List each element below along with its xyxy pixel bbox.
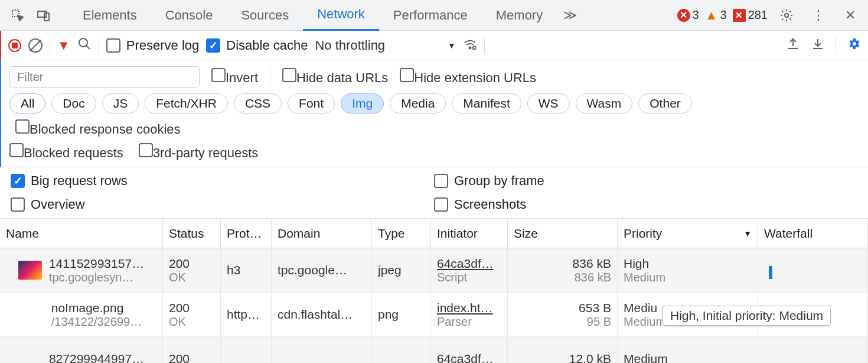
- inspect-icon[interactable]: [5, 2, 31, 28]
- pill-doc[interactable]: Doc: [51, 93, 96, 114]
- table-row[interactable]: 827299944997… 200 64ca3df… 12.0 kB Mediu…: [0, 337, 868, 363]
- more-tabs-icon[interactable]: ≫: [557, 2, 583, 28]
- pill-font[interactable]: Font: [288, 93, 335, 114]
- warnings-badge[interactable]: ▲3: [705, 8, 727, 23]
- request-table-header: Name Status Prot… Domain Type Initiator …: [0, 219, 868, 248]
- divider: [484, 37, 485, 54]
- filter-section: Invert Hide data URLs Hide extension URL…: [0, 60, 868, 167]
- svg-point-6: [472, 46, 475, 49]
- tab-memory[interactable]: Memory: [482, 0, 557, 31]
- third-party-requests[interactable]: 3rd-party requests: [139, 143, 259, 161]
- group-by-frame[interactable]: Group by frame: [434, 173, 857, 189]
- screenshots[interactable]: Screenshots: [434, 197, 857, 212]
- hide-extension-urls[interactable]: Hide extension URLs: [400, 68, 536, 86]
- blocked-cookies[interactable]: Blocked response cookies: [15, 119, 181, 137]
- tab-elements[interactable]: Elements: [68, 0, 151, 31]
- waterfall-cell: [758, 337, 868, 363]
- initiator-link[interactable]: 64ca3df…: [437, 352, 501, 363]
- pill-media[interactable]: Media: [390, 93, 446, 114]
- col-protocol[interactable]: Prot…: [221, 219, 272, 248]
- overview[interactable]: Overview: [11, 197, 434, 212]
- pill-fetch-xhr[interactable]: Fetch/XHR: [145, 93, 228, 114]
- filter-input[interactable]: [9, 66, 200, 87]
- request-name: noImage.png: [51, 301, 142, 315]
- request-sub: tpc.googlesyn…: [49, 271, 144, 284]
- thumbnail: [18, 261, 42, 280]
- device-icon[interactable]: [31, 2, 57, 28]
- kebab-icon[interactable]: ⋮: [805, 2, 831, 28]
- table-row[interactable]: 141152993157…tpc.googlesyn… 200OK h3 tpc…: [0, 248, 868, 293]
- pill-manifest[interactable]: Manifest: [452, 93, 521, 114]
- divider: [99, 37, 99, 54]
- pill-css[interactable]: CSS: [234, 93, 282, 114]
- panel-tabs: Elements Console Sources Network Perform…: [68, 0, 583, 31]
- filter-toggle-icon[interactable]: ▼: [57, 38, 70, 53]
- gear-icon[interactable]: [774, 2, 800, 28]
- divider: [50, 37, 50, 54]
- request-name: 141152993157…: [49, 257, 144, 271]
- initiator-link[interactable]: 64ca3df…: [437, 257, 501, 271]
- tab-network[interactable]: Network: [303, 0, 379, 31]
- errors-badge[interactable]: ✕3: [677, 8, 699, 22]
- pill-all[interactable]: All: [9, 93, 45, 114]
- request-name: 827299944997…: [49, 352, 144, 363]
- big-request-rows[interactable]: Big request rows: [11, 173, 434, 189]
- network-conditions-icon[interactable]: [463, 37, 477, 54]
- warnings-count: 3: [720, 8, 727, 22]
- col-size[interactable]: Size: [508, 219, 618, 248]
- svg-point-4: [79, 38, 87, 47]
- network-settings-icon[interactable]: [847, 37, 861, 54]
- throttling-select[interactable]: No throttling▼: [315, 38, 455, 53]
- download-har-icon[interactable]: [811, 37, 825, 54]
- pill-wasm[interactable]: Wasm: [576, 93, 633, 114]
- issues-badge[interactable]: ✕281: [733, 8, 768, 22]
- tab-console[interactable]: Console: [151, 0, 227, 31]
- hide-data-urls[interactable]: Hide data URLs: [282, 68, 388, 86]
- svg-point-5: [469, 47, 471, 48]
- divider: [836, 37, 836, 54]
- upload-har-icon[interactable]: [786, 37, 800, 54]
- priority-tooltip: High, Initial priority: Medium: [663, 306, 831, 326]
- devtools-tabbar: Elements Console Sources Network Perform…: [0, 0, 868, 31]
- preserve-log[interactable]: Preserve log: [106, 38, 200, 53]
- record-button[interactable]: [8, 39, 21, 52]
- pill-other[interactable]: Other: [638, 93, 692, 114]
- pill-ws[interactable]: WS: [527, 93, 570, 114]
- col-status[interactable]: Status: [163, 219, 221, 248]
- col-waterfall[interactable]: Waterfall: [758, 219, 868, 248]
- tab-performance[interactable]: Performance: [379, 0, 482, 31]
- request-sub: /134122/32699…: [51, 315, 142, 329]
- divider: [270, 69, 270, 85]
- svg-point-3: [785, 14, 788, 17]
- close-icon[interactable]: ✕: [837, 2, 863, 28]
- search-icon[interactable]: [77, 37, 92, 54]
- col-name[interactable]: Name: [0, 219, 163, 248]
- pill-js[interactable]: JS: [102, 93, 139, 114]
- col-initiator[interactable]: Initiator: [431, 219, 508, 248]
- invert-checkbox[interactable]: Invert: [211, 68, 258, 86]
- clear-button[interactable]: [28, 38, 43, 53]
- network-toolbar: ▼ Preserve log Disable cache No throttli…: [0, 31, 868, 60]
- col-type[interactable]: Type: [372, 219, 431, 248]
- disable-cache[interactable]: Disable cache: [206, 38, 308, 53]
- col-domain[interactable]: Domain: [272, 219, 372, 248]
- waterfall-cell: [758, 248, 868, 292]
- issues-count: 281: [748, 8, 768, 22]
- view-options: Big request rows Group by frame Overview…: [0, 167, 868, 219]
- blocked-requests[interactable]: Blocked requests: [9, 143, 123, 161]
- pill-img[interactable]: Img: [341, 93, 384, 114]
- errors-count: 3: [693, 8, 699, 22]
- sort-indicator-icon: ▼: [743, 229, 752, 238]
- initiator-link[interactable]: index.ht…: [437, 301, 501, 315]
- col-priority[interactable]: Priority▼: [618, 219, 758, 248]
- tab-sources[interactable]: Sources: [227, 0, 303, 31]
